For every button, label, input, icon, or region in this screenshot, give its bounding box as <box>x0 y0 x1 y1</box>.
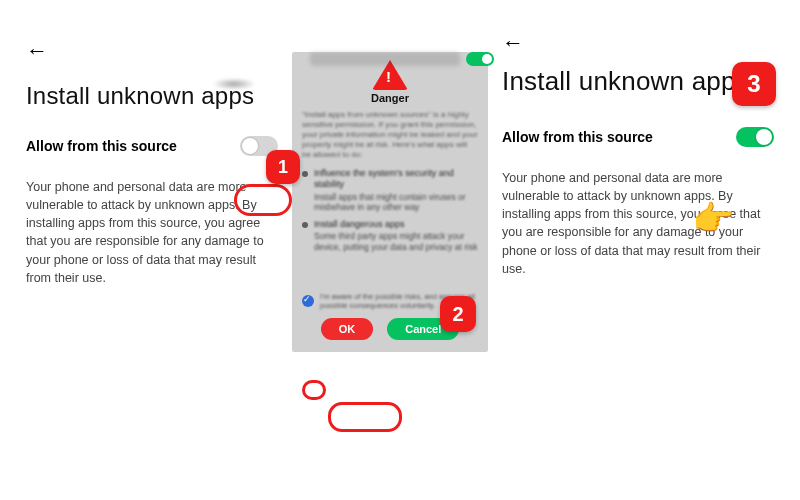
bullet-heading: Influence the system's security and stab… <box>314 168 478 191</box>
back-button[interactable]: ← <box>502 32 524 54</box>
danger-bullet: Influence the system's security and stab… <box>302 168 478 213</box>
allow-from-source-label: Allow from this source <box>26 138 177 154</box>
danger-bullet: Install dangerous apps Some third party … <box>302 219 478 253</box>
bullet-subtext: Install apps that might contain viruses … <box>314 192 466 213</box>
step-badge-2: 2 <box>440 296 476 332</box>
consent-checkbox[interactable] <box>302 295 314 307</box>
danger-intro-text: "Install apps from unknown sources" is a… <box>302 110 478 160</box>
background-blurred-title <box>310 52 460 66</box>
background-toggle-on <box>466 52 494 66</box>
allow-from-source-row: Allow from this source <box>502 127 774 147</box>
bullet-heading: Install dangerous apps <box>314 219 478 230</box>
step-badge-3: 3 <box>732 62 776 106</box>
toggle-knob <box>242 138 258 154</box>
panel-step1: ← Install unknown apps Allow from this s… <box>12 12 292 488</box>
pointing-hand-icon: 👉 <box>692 198 734 238</box>
danger-label: Danger <box>371 92 409 104</box>
bullet-subtext: Some third party apps might attack your … <box>314 231 477 252</box>
allow-from-source-toggle[interactable] <box>736 127 774 147</box>
allow-from-source-label: Allow from this source <box>502 129 653 145</box>
bullet-dot-icon <box>302 222 308 228</box>
decoration-smudge <box>212 78 256 90</box>
allow-from-source-row: Allow from this source <box>26 136 278 156</box>
warning-description: Your phone and personal data are more vu… <box>26 178 278 287</box>
step-badge-1: 1 <box>266 150 300 184</box>
toggle-knob <box>756 129 772 145</box>
back-button[interactable]: ← <box>26 40 48 62</box>
danger-header: Danger <box>300 60 480 104</box>
bullet-dot-icon <box>302 171 308 177</box>
ok-button[interactable]: OK <box>321 318 374 340</box>
